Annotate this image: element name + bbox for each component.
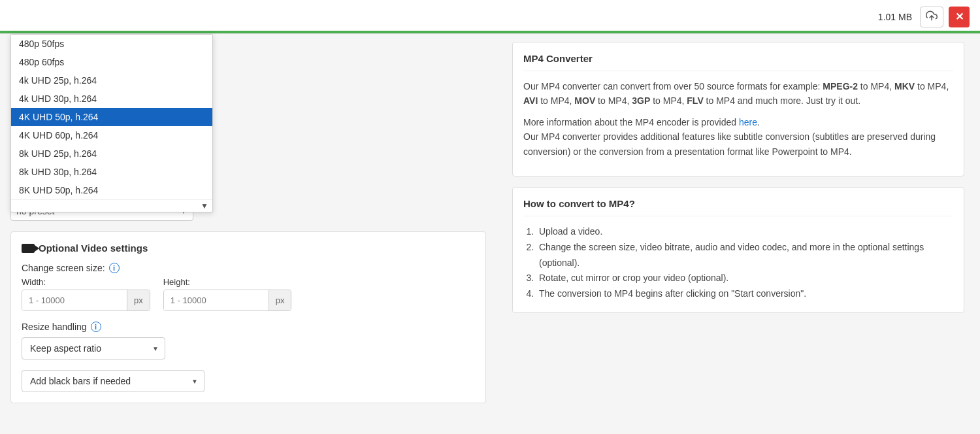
- page-wrapper: 1.01 MB ✕ 480p 50fps 480p 60fps 4k UHD 2…: [0, 0, 980, 434]
- height-unit: px: [269, 290, 291, 310]
- how-to-step-3: Rotate, cut mirror or crop your video (o…: [536, 271, 953, 286]
- dropdown-item-480p-50fps[interactable]: 480p 50fps: [11, 35, 212, 53]
- how-to-step-1: Upload a video.: [536, 224, 953, 240]
- upload-button[interactable]: [920, 7, 943, 27]
- dropdown-item-4k-25p[interactable]: 4k UHD 25p, h.264: [11, 71, 212, 90]
- progress-bar-container: [0, 31, 980, 33]
- resize-handling-text: Resize handling: [22, 322, 87, 332]
- resize-section: Resize handling i Keep aspect ratio Stre…: [22, 322, 475, 392]
- dropdown-item-4k-60p[interactable]: 4K UHD 60p, h.264: [11, 126, 212, 144]
- resolution-dropdown[interactable]: 480p 50fps 480p 60fps 4k UHD 25p, h.264 …: [10, 34, 213, 212]
- width-unit: px: [127, 290, 150, 310]
- width-label: Width:: [22, 277, 150, 287]
- optional-video-settings-section: Optional Video settings Change screen si…: [10, 231, 486, 403]
- width-input-wrapper: px: [22, 290, 150, 311]
- how-to-card: How to convert to MP4? Upload a video. C…: [512, 187, 964, 313]
- black-bars-select-wrapper: Add black bars if needed No black bars A…: [22, 370, 204, 392]
- width-input[interactable]: [22, 290, 127, 310]
- video-icon: [22, 244, 35, 253]
- how-to-step-2: Change the screen size, video bitrate, a…: [536, 240, 953, 271]
- black-bars-select[interactable]: Add black bars if needed No black bars A…: [22, 370, 204, 392]
- scroll-indicator: ▼: [11, 199, 212, 212]
- resize-select-wrapper: Keep aspect ratio Stretch Crop Pad: [22, 337, 165, 359]
- width-field: Width: px: [22, 277, 150, 311]
- how-to-list: Upload a video. Change the screen size, …: [523, 224, 953, 302]
- close-button[interactable]: ✕: [949, 7, 970, 27]
- dropdown-item-480p-60fps[interactable]: 480p 60fps: [11, 53, 212, 71]
- resize-handling-info-icon[interactable]: i: [91, 322, 101, 332]
- change-screen-size-info-icon[interactable]: i: [109, 263, 120, 273]
- right-panel: MP4 Converter Our MP4 converter can conv…: [497, 34, 980, 434]
- main-content: 480p 50fps 480p 60fps 4k UHD 25p, h.264 …: [0, 34, 980, 434]
- how-to-step-4: The conversion to MP4 begins after click…: [536, 286, 953, 302]
- mp4-converter-card: MP4 Converter Our MP4 converter can conv…: [512, 42, 964, 176]
- format-mpeg2: MPEG-2: [823, 81, 858, 92]
- format-mov: MOV: [574, 95, 595, 106]
- how-to-title: How to convert to MP4?: [523, 198, 953, 216]
- dropdown-item-8k-30p[interactable]: 8k UHD 30p, h.264: [11, 163, 212, 181]
- top-bar: 1.01 MB ✕: [0, 0, 980, 34]
- height-input[interactable]: [164, 290, 269, 310]
- dropdown-item-4k-50p[interactable]: 4K UHD 50p, h.264: [11, 108, 212, 126]
- progress-bar-fill: [0, 31, 980, 33]
- format-avi: AVI: [523, 95, 538, 106]
- mp4-converter-text: Our MP4 converter can convert from over …: [523, 79, 953, 159]
- format-flv: FLV: [687, 95, 703, 106]
- height-field: Height: px: [163, 277, 292, 311]
- format-mkv: MKV: [894, 81, 915, 92]
- left-panel: 480p 50fps 480p 60fps 4k UHD 25p, h.264 …: [0, 34, 497, 434]
- resize-handling-label: Resize handling i: [22, 322, 475, 332]
- height-label: Height:: [163, 277, 292, 287]
- dropdown-item-4k-30p[interactable]: 4k UHD 30p, h.264: [11, 90, 212, 108]
- format-3gp: 3GP: [632, 95, 650, 106]
- mp4-description-1: Our MP4 converter can convert from over …: [523, 79, 953, 108]
- dropdown-item-8k-25p[interactable]: 8k UHD 25p, h.264: [11, 144, 212, 163]
- mp4-description-2: More information about the MP4 encoder i…: [523, 115, 953, 159]
- section-title-text: Optional Video settings: [39, 242, 148, 254]
- file-size-badge: 1.01 MB: [878, 12, 912, 22]
- resize-select[interactable]: Keep aspect ratio Stretch Crop Pad: [22, 337, 165, 359]
- height-input-wrapper: px: [163, 290, 292, 311]
- here-link[interactable]: here: [739, 117, 757, 127]
- change-screen-size-text: Change screen size:: [22, 263, 105, 273]
- section-title: Optional Video settings: [22, 242, 475, 254]
- size-inputs: Width: px Height: px: [22, 277, 475, 311]
- mp4-converter-title: MP4 Converter: [523, 53, 953, 71]
- dropdown-item-8k-50p[interactable]: 8K UHD 50p, h.264: [11, 181, 212, 199]
- change-screen-size-label: Change screen size: i: [22, 263, 475, 273]
